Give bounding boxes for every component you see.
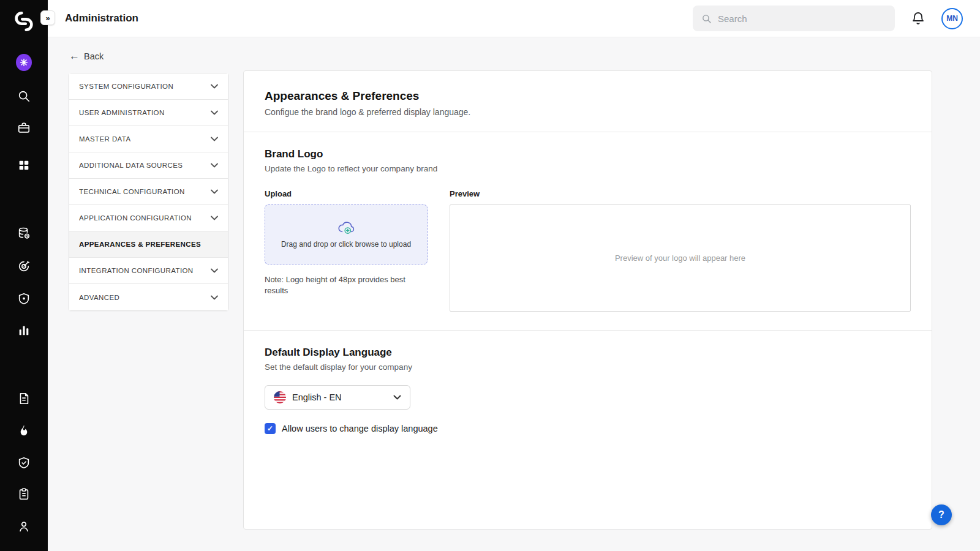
language-selected-value: English - EN: [292, 392, 342, 402]
settings-card: Appearances & Preferences Configue the b…: [243, 70, 932, 530]
logo-upload-dropzone[interactable]: Drag and drop or click browse to upload: [265, 204, 428, 264]
config-menu-item-label: INTEGRATION CONFIGURATION: [79, 267, 194, 274]
back-arrow-icon: ←: [69, 51, 80, 61]
app-logo-icon: [10, 7, 38, 36]
sidebar-expand-button[interactable]: »: [40, 10, 55, 25]
config-menu-item-label: SYSTEM CONFIGURATION: [79, 83, 173, 90]
settings-subtitle: Configue the brand logo & preferred disp…: [265, 107, 911, 117]
config-menu-item-label: APPLICATION CONFIGURATION: [79, 214, 192, 222]
chevrons-right-icon: »: [45, 13, 50, 23]
sidebar-search-icon[interactable]: [16, 88, 32, 104]
cloud-upload-icon: [337, 221, 355, 234]
upload-note: Note: Logo height of 48px provides best …: [265, 274, 418, 296]
brand-logo-section: Brand Logo Update the Logo to reflect yo…: [244, 132, 932, 331]
user-avatar[interactable]: MN: [941, 8, 963, 29]
help-button[interactable]: ?: [931, 504, 952, 525]
back-button[interactable]: ← Back: [69, 51, 104, 61]
sidebar-dashboard-icon[interactable]: [16, 157, 32, 173]
chevron-down-icon: [211, 216, 218, 220]
us-flag-icon: [274, 391, 286, 403]
page-title: Administration: [65, 12, 138, 24]
top-header: Administration MN: [48, 0, 980, 37]
settings-card-header: Appearances & Preferences Configue the b…: [244, 71, 932, 132]
language-subtitle: Set the default display for your company: [265, 362, 911, 372]
question-mark-icon: ?: [938, 509, 944, 520]
brand-logo-subtitle: Update the Logo to reflect your company …: [265, 164, 911, 173]
notifications-bell-icon[interactable]: [911, 11, 925, 26]
sidebar-document-icon[interactable]: [16, 391, 32, 407]
sidebar-item-active-module[interactable]: [16, 54, 32, 70]
check-icon: ✓: [267, 424, 273, 433]
upload-label: Upload: [265, 189, 428, 198]
search-input[interactable]: [718, 13, 886, 24]
brand-logo-title: Brand Logo: [265, 148, 911, 160]
config-menu-item[interactable]: SYSTEM CONFIGURATION: [69, 73, 228, 100]
config-menu-item[interactable]: APPLICATION CONFIGURATION: [69, 205, 228, 231]
chevron-down-icon: [211, 295, 218, 300]
sidebar-briefcase-icon[interactable]: [16, 120, 32, 136]
chevron-down-icon: [393, 395, 401, 400]
config-menu-item[interactable]: INTEGRATION CONFIGURATION: [69, 258, 228, 284]
sidebar-shield-check-icon[interactable]: [16, 455, 32, 471]
chevron-down-icon: [211, 268, 218, 273]
sidebar-target-icon[interactable]: [16, 258, 32, 274]
sidebar-user-pin-icon[interactable]: [16, 519, 32, 534]
preview-label: Preview: [450, 189, 911, 198]
config-menu-item[interactable]: USER ADMINISTRATION: [69, 100, 228, 126]
config-menu-item[interactable]: TECHNICAL CONFIGURATION: [69, 179, 228, 205]
chevron-down-icon: [211, 163, 218, 168]
language-section: Default Display Language Set the default…: [244, 331, 932, 452]
config-menu-item-label: ADVANCED: [79, 294, 119, 301]
config-menu-item[interactable]: MASTER DATA: [69, 126, 228, 152]
global-search[interactable]: [693, 6, 895, 31]
language-title: Default Display Language: [265, 347, 911, 359]
allow-language-change-label: Allow users to change display language: [282, 424, 438, 433]
module-active-icon: [16, 54, 32, 71]
app-sidebar: [0, 0, 48, 551]
config-menu-item-label: MASTER DATA: [79, 135, 130, 143]
config-menu-item-label: APPEARANCES & PREFERENCES: [79, 241, 201, 248]
sidebar-shield-icon[interactable]: [16, 291, 32, 307]
sidebar-clipboard-icon[interactable]: [16, 486, 32, 502]
preview-placeholder-text: Preview of your logo will appear here: [615, 253, 745, 263]
chevron-down-icon: [211, 137, 218, 141]
config-menu-item-label: TECHNICAL CONFIGURATION: [79, 188, 185, 195]
sidebar-database-icon[interactable]: [16, 225, 32, 241]
avatar-initials: MN: [946, 14, 958, 23]
back-label: Back: [84, 51, 104, 61]
chevron-down-icon: [211, 84, 218, 89]
config-menu-item-label: USER ADMINISTRATION: [79, 109, 165, 116]
settings-title: Appearances & Preferences: [265, 89, 911, 103]
config-menu-item[interactable]: ADVANCED: [69, 284, 228, 310]
upload-instruction: Drag and drop or click browse to upload: [281, 240, 411, 249]
config-menu: SYSTEM CONFIGURATION USER ADMINISTRATION…: [69, 73, 228, 311]
logo-preview-area: Preview of your logo will appear here: [450, 204, 911, 312]
config-menu-item[interactable]: APPEARANCES & PREFERENCES: [69, 231, 228, 258]
allow-language-change-checkbox[interactable]: ✓: [265, 423, 276, 434]
chevron-down-icon: [211, 189, 218, 194]
language-dropdown[interactable]: English - EN: [265, 385, 410, 410]
sidebar-flame-icon[interactable]: [16, 422, 32, 438]
sidebar-chart-columns-icon[interactable]: [16, 323, 32, 339]
config-menu-item[interactable]: ADDITIONAL DATA SOURCES: [69, 152, 228, 179]
search-icon: [701, 13, 712, 24]
chevron-down-icon: [211, 110, 218, 115]
config-menu-item-label: ADDITIONAL DATA SOURCES: [79, 162, 183, 169]
